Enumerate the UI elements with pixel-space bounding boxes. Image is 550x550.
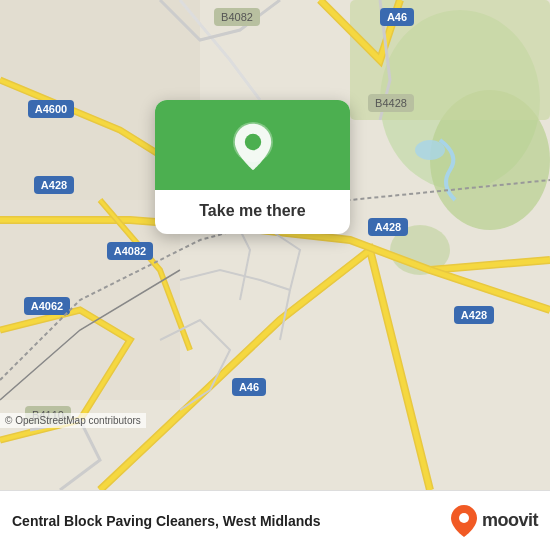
location-pin-icon [228, 122, 278, 172]
svg-text:B4428: B4428 [375, 97, 407, 109]
place-info: Central Block Paving Cleaners, West Midl… [12, 513, 321, 529]
svg-text:A428: A428 [375, 221, 401, 233]
svg-text:A4062: A4062 [31, 300, 63, 312]
popup-top [155, 100, 350, 190]
map-area: A46 A46 A428 A428 A428 A4600 A4082 A4062… [0, 0, 550, 490]
svg-point-5 [415, 140, 445, 160]
popup-card: Take me there [155, 100, 350, 234]
popup-bottom[interactable]: Take me there [183, 190, 321, 234]
place-name: Central Block Paving Cleaners, West Midl… [12, 513, 321, 529]
svg-point-32 [459, 513, 469, 523]
svg-text:A46: A46 [239, 381, 259, 393]
svg-text:A4600: A4600 [35, 103, 67, 115]
take-me-there-button[interactable]: Take me there [199, 202, 305, 219]
svg-text:A428: A428 [41, 179, 67, 191]
moovit-logo-pin [450, 504, 478, 538]
svg-text:A4082: A4082 [114, 245, 146, 257]
osm-credit: © OpenStreetMap contributors [0, 413, 146, 428]
svg-text:A428: A428 [461, 309, 487, 321]
bottom-bar: Central Block Paving Cleaners, West Midl… [0, 490, 550, 550]
svg-text:B4082: B4082 [221, 11, 253, 23]
main-container: A46 A46 A428 A428 A428 A4600 A4082 A4062… [0, 0, 550, 550]
svg-point-31 [244, 134, 260, 150]
svg-text:A46: A46 [387, 11, 407, 23]
moovit-logo: moovit [450, 504, 538, 538]
moovit-text: moovit [482, 510, 538, 531]
